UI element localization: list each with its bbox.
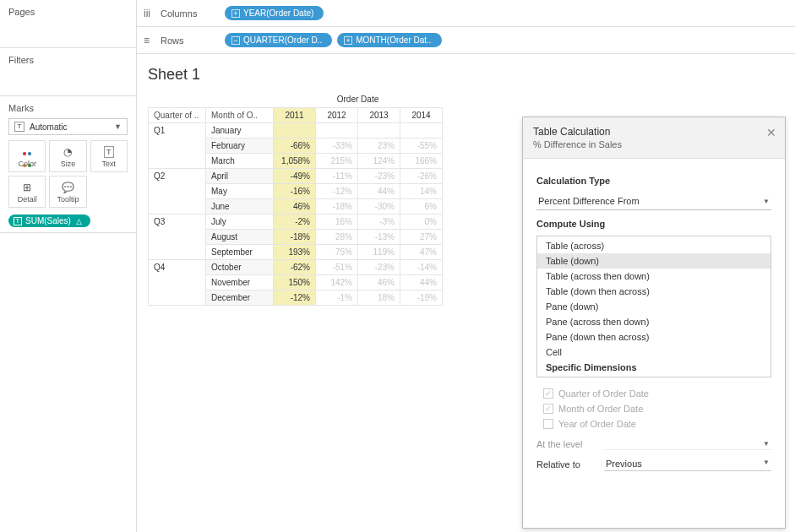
- data-cell[interactable]: [316, 122, 358, 138]
- data-cell[interactable]: 166%: [400, 153, 443, 168]
- data-cell[interactable]: -12%: [316, 183, 358, 198]
- table-row[interactable]: Q4October-62%-51%-23%-14%: [149, 259, 443, 274]
- month-cell[interactable]: August: [206, 229, 274, 244]
- sum-sales-pill[interactable]: T SUM(Sales) △: [8, 214, 90, 227]
- columns-shelf[interactable]: iii Columns +YEAR(Order Date): [137, 0, 795, 27]
- data-cell[interactable]: [400, 122, 443, 138]
- data-cell[interactable]: -12%: [274, 290, 316, 305]
- table-row[interactable]: Q1January: [149, 122, 443, 138]
- year-2014-header[interactable]: 2014: [400, 107, 443, 122]
- year-2012-header[interactable]: 2012: [316, 107, 358, 122]
- compute-option[interactable]: Table (down): [537, 253, 770, 269]
- data-cell[interactable]: [274, 122, 316, 138]
- data-cell[interactable]: -2%: [274, 214, 316, 229]
- data-cell[interactable]: -49%: [274, 168, 316, 183]
- data-cell[interactable]: -14%: [400, 259, 443, 274]
- month-cell[interactable]: December: [206, 290, 274, 305]
- data-cell[interactable]: 193%: [274, 244, 316, 259]
- quarter-cell[interactable]: Q1: [149, 122, 206, 168]
- month-cell[interactable]: November: [206, 274, 274, 290]
- data-cell[interactable]: -30%: [358, 198, 400, 214]
- data-cell[interactable]: -33%: [316, 138, 358, 153]
- compute-option[interactable]: Pane (down then across): [537, 329, 770, 345]
- month-cell[interactable]: October: [206, 259, 274, 274]
- calc-type-dropdown[interactable]: Percent Difference From ▼: [536, 193, 771, 210]
- data-cell[interactable]: -1%: [316, 290, 358, 305]
- quarter-cell[interactable]: Q3: [149, 214, 206, 259]
- month-cell[interactable]: July: [206, 214, 274, 229]
- tooltip-button[interactable]: 💬 Tooltip: [49, 176, 86, 208]
- data-cell[interactable]: 119%: [358, 244, 400, 259]
- mark-type-selector[interactable]: T Automatic ▼: [8, 118, 128, 135]
- data-cell[interactable]: -16%: [274, 183, 316, 198]
- month-cell[interactable]: June: [206, 198, 274, 214]
- data-cell[interactable]: 46%: [358, 274, 400, 290]
- compute-option[interactable]: Pane (across then down): [537, 314, 770, 329]
- year-2011-header[interactable]: 2011: [274, 107, 316, 122]
- month-cell[interactable]: March: [206, 153, 274, 168]
- close-icon[interactable]: ✕: [766, 126, 776, 139]
- relative-to-dropdown[interactable]: Previous▼: [604, 457, 771, 471]
- month-cell[interactable]: September: [206, 244, 274, 259]
- month-cell[interactable]: May: [206, 183, 274, 198]
- data-cell[interactable]: -11%: [316, 168, 358, 183]
- data-cell[interactable]: 150%: [274, 274, 316, 290]
- data-cell[interactable]: 215%: [316, 153, 358, 168]
- compute-option[interactable]: Specific Dimensions: [537, 360, 770, 375]
- month-cell[interactable]: April: [206, 168, 274, 183]
- filters-shelf[interactable]: Filters: [0, 48, 136, 96]
- data-cell[interactable]: -26%: [400, 168, 443, 183]
- data-cell[interactable]: -62%: [274, 259, 316, 274]
- dialog-header[interactable]: Table Calculation % Difference in Sales …: [523, 117, 785, 159]
- data-cell[interactable]: 1,058%: [274, 153, 316, 168]
- year-pill[interactable]: +YEAR(Order Date): [225, 6, 324, 20]
- data-cell[interactable]: 16%: [316, 214, 358, 229]
- compute-option[interactable]: Cell: [537, 345, 770, 360]
- size-button[interactable]: ◔ Size: [49, 140, 86, 172]
- quarter-cell[interactable]: Q2: [149, 168, 206, 214]
- data-cell[interactable]: 124%: [358, 153, 400, 168]
- compute-option[interactable]: Table (down then across): [537, 284, 770, 299]
- compute-option[interactable]: Table (across then down): [537, 269, 770, 284]
- data-cell[interactable]: 6%: [400, 198, 443, 214]
- data-cell[interactable]: 142%: [316, 274, 358, 290]
- data-cell[interactable]: 0%: [400, 214, 443, 229]
- year-2013-header[interactable]: 2013: [358, 107, 400, 122]
- data-cell[interactable]: 23%: [358, 138, 400, 153]
- table-row[interactable]: Q3July-2%16%-3%0%: [149, 214, 443, 229]
- sheet-title[interactable]: Sheet 1: [148, 66, 443, 84]
- data-cell[interactable]: 28%: [316, 229, 358, 244]
- compute-option[interactable]: Table (across): [537, 238, 770, 253]
- data-cell[interactable]: 18%: [358, 290, 400, 305]
- data-cell[interactable]: 14%: [400, 183, 443, 198]
- data-cell[interactable]: -23%: [358, 259, 400, 274]
- data-cell[interactable]: 46%: [274, 198, 316, 214]
- text-button[interactable]: T Text: [90, 140, 128, 172]
- data-cell[interactable]: -18%: [274, 229, 316, 244]
- data-cell[interactable]: -3%: [358, 214, 400, 229]
- month-cell[interactable]: January: [206, 122, 274, 138]
- detail-button[interactable]: ⊞ Detail: [8, 176, 46, 208]
- data-cell[interactable]: -23%: [358, 168, 400, 183]
- quarter-pill[interactable]: −QUARTER(Order D..: [225, 33, 332, 47]
- color-button[interactable]: Color: [8, 140, 46, 172]
- rows-shelf[interactable]: ≡ Rows −QUARTER(Order D.. +MONTH(Order D…: [137, 27, 795, 54]
- data-cell[interactable]: -13%: [358, 229, 400, 244]
- data-cell[interactable]: [358, 122, 400, 138]
- data-cell[interactable]: 44%: [400, 274, 443, 290]
- data-cell[interactable]: -51%: [316, 259, 358, 274]
- compute-option[interactable]: Pane (down): [537, 299, 770, 314]
- crosstab-table[interactable]: Order Date Quarter of .. Month of O.. 20…: [148, 92, 443, 306]
- month-pill[interactable]: +MONTH(Order Dat..: [337, 33, 441, 47]
- pages-shelf[interactable]: Pages: [0, 0, 136, 48]
- data-cell[interactable]: 27%: [400, 229, 443, 244]
- data-cell[interactable]: -66%: [274, 138, 316, 153]
- data-cell[interactable]: 44%: [358, 183, 400, 198]
- data-cell[interactable]: 75%: [316, 244, 358, 259]
- data-cell[interactable]: 47%: [400, 244, 443, 259]
- data-cell[interactable]: -19%: [400, 290, 443, 305]
- month-cell[interactable]: February: [206, 138, 274, 153]
- compute-using-listbox[interactable]: Table (across)Table (down)Table (across …: [536, 236, 771, 377]
- quarter-cell[interactable]: Q4: [149, 259, 206, 305]
- table-row[interactable]: Q2April-49%-11%-23%-26%: [149, 168, 443, 183]
